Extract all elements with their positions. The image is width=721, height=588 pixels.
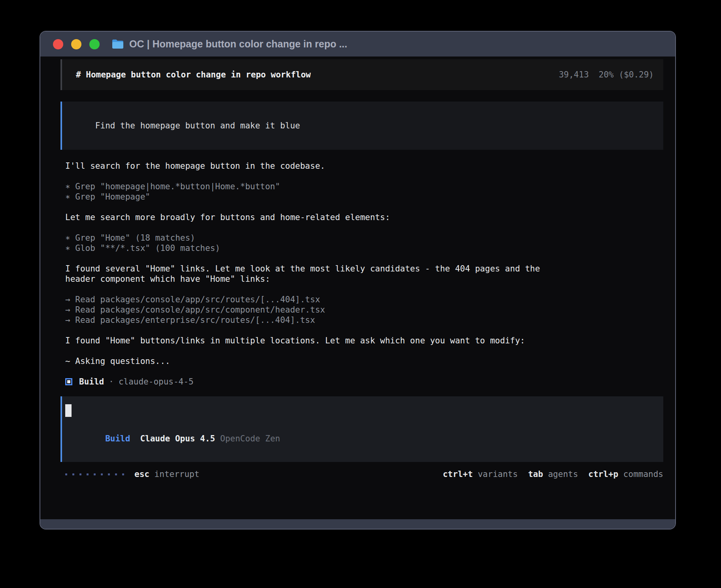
- prompt-input[interactable]: BuildClaude Opus 4.5OpenCode Zen: [60, 396, 663, 462]
- shortcut-commands: ctrl+p commands: [588, 469, 663, 479]
- close-button[interactable]: [53, 39, 63, 49]
- window-titlebar[interactable]: OC | Homepage button color change in rep…: [40, 32, 675, 57]
- text-cursor: [65, 404, 72, 417]
- activity-dots: [65, 473, 124, 475]
- user-message: Find the homepage button and make it blu…: [60, 102, 663, 150]
- activity-dot: [122, 473, 124, 475]
- shortcut-agents: tab agents: [528, 469, 578, 479]
- window-title: OC | Homepage button color change in rep…: [129, 38, 347, 50]
- activity-dot: [87, 473, 89, 475]
- terminal-window: OC | Homepage button color change in rep…: [40, 31, 676, 530]
- assistant-text-line: I found several "Home" links. Let me loo…: [65, 264, 663, 274]
- esc-hint: esc interrupt: [134, 469, 199, 479]
- window-footer: [40, 519, 675, 529]
- esc-key: esc: [134, 469, 149, 479]
- context-percent: 20%: [599, 70, 614, 79]
- shortcut-variants: ctrl+t variants: [443, 469, 518, 479]
- assistant-text-line: Let me search more broadly for buttons a…: [65, 212, 663, 222]
- assistant-text-line: I'll search for the homepage button in t…: [65, 161, 663, 171]
- assistant-text-line: I found "Home" buttons/links in multiple…: [65, 335, 663, 346]
- assistant-text-line: header component which have "Home" links…: [65, 274, 663, 284]
- tool-call-read: → Read packages/enterprise/src/routes/[.…: [65, 315, 663, 325]
- minimize-button[interactable]: [71, 39, 81, 49]
- tool-call-grep: ∗ Grep "homepage|home.*button|Home.*butt…: [65, 181, 663, 192]
- activity-dot: [72, 473, 74, 475]
- model-name: claude-opus-4-5: [119, 377, 194, 387]
- model-label: Claude Opus 4.5: [140, 434, 215, 443]
- agent-status-row: Build · claude-opus-4-5: [65, 377, 663, 387]
- activity-dot: [65, 473, 67, 475]
- input-meta: BuildClaude Opus 4.5OpenCode Zen: [65, 423, 654, 454]
- assistant-status-line: ~ Asking questions...: [65, 356, 663, 366]
- tool-call-grep: ∗ Grep "Homepage": [65, 192, 663, 202]
- assistant-transcript: I'll search for the homepage button in t…: [60, 161, 663, 387]
- tool-call-grep: ∗ Grep "Home" (18 matches): [65, 233, 663, 243]
- esc-label: interrupt: [155, 469, 200, 479]
- folder-icon: [111, 39, 124, 49]
- session-header: # Homepage button color change in repo w…: [60, 59, 663, 90]
- session-title: # Homepage button color change in repo w…: [76, 70, 311, 80]
- agent-name: Build: [79, 377, 104, 387]
- status-bar: esc interrupt ctrl+t variants tab agents…: [65, 469, 663, 479]
- terminal-content: # Homepage button color change in repo w…: [40, 57, 675, 519]
- tool-call-glob: ∗ Glob "**/*.tsx" (100 matches): [65, 243, 663, 253]
- session-stats: 39,41320%($0.29): [559, 70, 654, 80]
- fullscreen-button[interactable]: [89, 39, 100, 49]
- traffic-lights: [53, 39, 100, 49]
- user-message-text: Find the homepage button and make it blu…: [95, 121, 300, 130]
- activity-dot: [94, 473, 96, 475]
- build-agent-icon: [65, 378, 72, 385]
- separator-dot: ·: [109, 377, 114, 387]
- session-cost: ($0.29): [619, 70, 654, 79]
- activity-dot: [108, 473, 110, 475]
- provider-label: OpenCode Zen: [220, 434, 280, 443]
- shortcut-hints: ctrl+t variants tab agents ctrl+p comman…: [432, 469, 663, 479]
- agent-badge: Build: [105, 434, 130, 443]
- token-count: 39,413: [559, 70, 589, 79]
- activity-dot: [115, 473, 117, 475]
- tool-call-read: → Read packages/console/app/src/componen…: [65, 305, 663, 315]
- tool-call-read: → Read packages/console/app/src/routes/[…: [65, 294, 663, 305]
- activity-dot: [79, 473, 81, 475]
- activity-dot: [101, 473, 103, 475]
